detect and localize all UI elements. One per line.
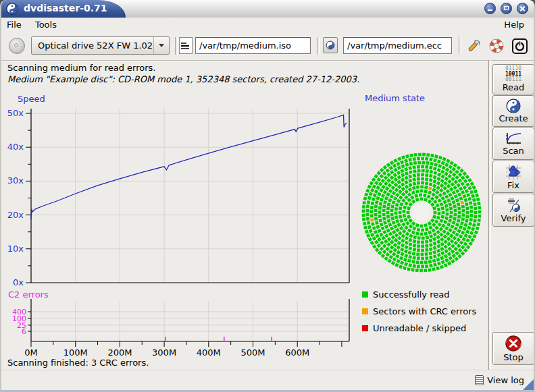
svg-text:600M: 600M	[285, 347, 309, 358]
toolbar: Optical drive 52X FW 1.02	[1, 32, 534, 61]
legend-label: Sectors with CRC errors	[373, 306, 476, 316]
toolbar-separator	[459, 37, 461, 55]
drive-selector-value: Optical drive 52X FW 1.02	[32, 40, 153, 51]
sidebar-separator	[488, 60, 491, 370]
titlebar-tab: dvdisaster-0.71	[1, 0, 126, 18]
svg-text:0M: 0M	[24, 347, 38, 358]
svg-text:400M: 400M	[197, 347, 221, 358]
svg-text:50x: 50x	[7, 108, 24, 118]
stop-button[interactable]: Stop	[492, 332, 534, 365]
statusbar: View log	[1, 370, 534, 391]
legend-swatch-bad	[362, 325, 368, 331]
menubar: File Tools Help	[1, 18, 534, 32]
create-yinyang-icon	[506, 99, 521, 113]
fix-button-label: Fix	[507, 180, 519, 190]
quit-button[interactable]	[510, 36, 529, 56]
svg-text:0x: 0x	[13, 277, 24, 287]
drive-selector-arrow[interactable]	[153, 37, 169, 54]
drive-selector[interactable]: Optical drive 52X FW 1.02	[31, 36, 170, 55]
menu-help[interactable]: Help	[499, 18, 530, 32]
iso-file-icon	[179, 37, 193, 54]
toolbar-separator	[317, 37, 320, 55]
cd-disc-icon	[9, 38, 25, 54]
preferences-button[interactable]	[464, 36, 483, 56]
svg-text:300M: 300M	[152, 347, 176, 358]
c2-error-spikes	[165, 337, 272, 341]
svg-text:100M: 100M	[63, 347, 88, 358]
power-icon	[511, 38, 528, 55]
ecc-yinyang-glyph	[326, 40, 335, 50]
read-button[interactable]: 01110 10011 00111 Read	[492, 64, 534, 94]
view-log-button[interactable]: View log	[472, 372, 527, 387]
log-list-icon	[475, 375, 484, 385]
legend-label: Unreadable / skipped	[373, 323, 466, 333]
speed-curve	[31, 115, 347, 220]
svg-text:6: 6	[22, 327, 26, 336]
menu-file[interactable]: File	[1, 18, 27, 32]
svg-text:30x: 30x	[7, 175, 24, 186]
legend-item: Successfully read	[362, 286, 490, 303]
scan-button-label: Scan	[503, 146, 524, 156]
verify-icon	[505, 197, 522, 213]
window-title: dvdisaster-0.71	[24, 0, 107, 17]
help-button[interactable]	[487, 36, 506, 56]
legend-item: Sectors with CRC errors	[362, 303, 490, 320]
menu-tools[interactable]: Tools	[30, 18, 62, 32]
svg-text:200M: 200M	[107, 347, 132, 358]
ecc-file-icon	[323, 37, 338, 53]
verify-button-label: Verify	[501, 213, 526, 223]
iso-path-input[interactable]	[195, 37, 311, 54]
titlebar[interactable]: dvdisaster-0.71	[1, 0, 534, 18]
scan-button[interactable]: Scan	[492, 128, 534, 160]
svg-text:40x: 40x	[7, 142, 24, 152]
fix-button[interactable]: Fix	[492, 161, 534, 193]
status-line-primary: Scanning medium for read errors.	[7, 63, 155, 73]
legend-swatch-good	[362, 291, 368, 298]
svg-text:10x: 10x	[7, 244, 24, 254]
legend-item: Unreadable / skipped	[362, 320, 490, 337]
ecc-path-input[interactable]	[343, 37, 452, 54]
app-logo-icon	[6, 3, 18, 15]
lifebuoy-icon	[488, 37, 505, 55]
drive-info-button[interactable]	[7, 36, 27, 56]
fix-puzzle-icon	[505, 164, 522, 180]
toolbar-separator	[175, 37, 178, 55]
create-button[interactable]: Create	[492, 95, 534, 127]
svg-text:500M: 500M	[240, 347, 265, 358]
status-line-medium-info: Medium "Example disc": CD-ROM mode 1, 35…	[7, 74, 359, 84]
svg-text:20x: 20x	[7, 210, 24, 220]
medium-state-legend: Successfully read Sectors with CRC error…	[362, 286, 490, 337]
read-icon: 01110 10011 00111	[505, 66, 521, 82]
chevron-down-icon	[159, 44, 164, 47]
resize-grip[interactable]	[523, 379, 534, 390]
verify-button[interactable]: Verify	[492, 194, 534, 227]
scan-result-text: Scanning finished: 3 CRC errors.	[7, 358, 149, 368]
scan-chart-icon	[505, 132, 522, 146]
medium-state-title: Medium state	[365, 93, 425, 103]
view-log-label: View log	[487, 375, 524, 385]
legend-swatch-crc	[362, 308, 368, 314]
medium-state-disc	[355, 146, 488, 279]
stop-button-label: Stop	[503, 352, 524, 362]
maximize-button[interactable]	[501, 3, 512, 14]
create-button-label: Create	[499, 113, 528, 123]
app-window: dvdisaster-0.71 File Tools Help Optical …	[0, 0, 535, 392]
stop-icon	[505, 335, 522, 352]
close-button[interactable]	[517, 3, 528, 14]
legend-label: Successfully read	[373, 289, 449, 300]
read-button-label: Read	[503, 82, 525, 92]
wrench-icon	[465, 38, 482, 54]
charts-canvas: 0x10x20x30x40x50x0M100M200M300M400M500M6…	[1, 91, 354, 370]
minimize-button[interactable]	[484, 3, 496, 14]
